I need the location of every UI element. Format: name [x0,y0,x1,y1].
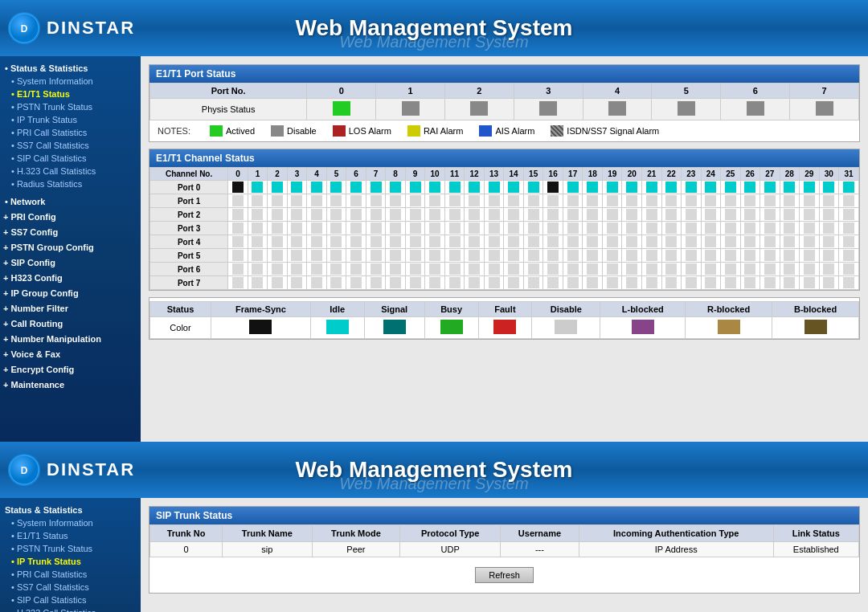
bottom-sidebar-system-info[interactable]: System Information [0,516,141,529]
channel-row-port-2: Port 2 [150,208,859,222]
sidebar-item-ip-group[interactable]: + IP Group Config [0,287,141,300]
channel-cell-3-3 [287,222,307,235]
port-header-0: 0 [307,84,376,99]
channel-cell-7-16 [543,276,563,290]
ch-21: 21 [641,168,661,181]
channel-cell-2-12 [465,208,485,222]
channel-cell-6-25 [721,263,741,276]
channel-cell-2-21 [641,208,661,222]
ch-13: 13 [484,168,504,181]
note-disable-text: Disable [287,126,317,136]
ch-17: 17 [563,168,583,181]
channel-cell-4-17 [563,235,583,249]
channel-cell-1-18 [583,194,603,208]
sidebar-item-h323-config[interactable]: + H323 Config [0,271,141,284]
note-los-text: LOS Alarm [349,126,391,136]
channel-cell-6-9 [405,263,425,276]
bottom-sidebar-pstn-trunk[interactable]: PSTN Trunk Status [0,542,141,555]
channel-cell-7-4 [307,276,327,290]
sidebar-item-pstn-trunk[interactable]: PSTN Trunk Status [0,100,141,113]
channel-cell-6-11 [444,263,465,276]
channel-cell-5-31 [839,249,859,263]
ch-28: 28 [780,168,800,181]
page-subtitle: Web Management System [339,33,528,51]
channel-cell-7-1 [248,276,268,290]
channel-cell-4-20 [622,235,642,249]
sidebar-item-sip-call[interactable]: SIP Call Statistics [0,152,141,165]
top-sidebar: • Status & Statistics System Information… [0,56,141,442]
channel-cell-4-26 [740,235,760,249]
channel-cell-6-26 [740,263,760,276]
channel-cell-3-8 [386,222,406,235]
channel-cell-2-2 [268,208,288,222]
channel-cell-2-7 [366,208,386,222]
sidebar-item-h323-call[interactable]: H.323 Call Statistics [0,165,141,177]
channel-cell-4-13 [484,235,504,249]
sidebar-item-maintenance[interactable]: + Maintenance [0,378,141,391]
channel-cell-2-14 [504,208,524,222]
channel-cell-0-29 [800,181,820,194]
sidebar-item-sip-config[interactable]: + SIP Config [0,256,141,269]
port-header-1: 1 [376,84,445,99]
bottom-sidebar-h323-call[interactable]: H.323 Call Statistics [0,606,141,612]
channel-cell-3-28 [780,222,800,235]
channel-cell-5-13 [484,249,504,263]
logo-icon: D [8,12,40,44]
channel-cell-1-9 [405,194,425,208]
channel-cell-4-19 [602,235,622,249]
channel-cell-1-20 [622,194,642,208]
bottom-sidebar-sip-call[interactable]: SIP Call Statistics [0,594,141,606]
bottom-sidebar-ss7-call[interactable]: SS7 Call Statistics [0,581,141,594]
channel-cell-2-25 [721,208,741,222]
channel-cell-6-1 [248,263,268,276]
channel-cell-0-22 [661,181,682,194]
color-signal [364,317,424,339]
sidebar-item-system-info[interactable]: System Information [0,75,141,88]
channel-row-port-0: Port 0 [150,181,859,194]
refresh-button[interactable]: Refresh [475,567,534,583]
note-actived: Actived [210,125,255,137]
channel-cell-6-6 [346,263,366,276]
physis-status-7 [790,99,859,120]
sidebar-item-encrypt[interactable]: + Encrypt Config [0,363,141,376]
ch-29: 29 [800,168,820,181]
channel-cell-7-25 [721,276,741,290]
bottom-page-subtitle: Web Management System [339,475,528,493]
channel-cell-6-10 [425,263,445,276]
sidebar-item-pri-call[interactable]: PRI Call Statistics [0,126,141,139]
channel-cell-5-24 [701,249,721,263]
ch-9: 9 [405,168,425,181]
sip-trunk-name-0: sip [223,542,312,557]
channel-cell-5-25 [721,249,741,263]
channel-cell-0-30 [819,181,839,194]
e1t1-port-title: E1/T1 Port Status [149,65,859,83]
port-header-7: 7 [790,84,859,99]
channel-cell-1-3 [287,194,307,208]
channel-cell-0-10 [425,181,445,194]
sidebar-item-radius[interactable]: Radius Statistics [0,177,141,190]
sidebar-item-call-routing[interactable]: + Call Routing [0,317,141,330]
channel-cell-6-7 [366,263,386,276]
bottom-sidebar-ip-trunk[interactable]: IP Trunk Status [0,555,141,568]
sip-trunk-panel: SIP Trunk Status Trunk No Trunk Name Tru… [149,506,860,594]
sidebar-item-ip-trunk[interactable]: IP Trunk Status [0,113,141,126]
channel-cell-6-31 [839,263,859,276]
sidebar-item-number-manip[interactable]: + Number Manipulation [0,333,141,345]
sidebar-item-ss7-call[interactable]: SS7 Call Statistics [0,139,141,152]
sidebar-item-number-filter[interactable]: + Number Filter [0,302,141,315]
bottom-sidebar-pri-call[interactable]: PRI Call Statistics [0,568,141,581]
sidebar-item-ss7-config[interactable]: + SS7 Config [0,226,141,239]
ch-22: 22 [661,168,682,181]
sidebar-item-voice-fax[interactable]: + Voice & Fax [0,348,141,361]
channel-port-label-1: Port 1 [150,194,228,208]
channel-cell-3-30 [819,222,839,235]
sip-col-link-status: Link Status [773,525,858,542]
channel-cell-7-28 [780,276,800,290]
port-header-6: 6 [721,84,790,99]
channel-cell-1-21 [641,194,661,208]
sidebar-item-e1t1[interactable]: E1/T1 Status [0,88,141,100]
sidebar-item-pstn-group[interactable]: + PSTN Group Config [0,241,141,254]
refresh-container: Refresh [149,557,859,593]
bottom-sidebar-e1t1[interactable]: E1/T1 Status [0,529,141,542]
sidebar-item-pri-config[interactable]: + PRI Config [0,210,141,223]
